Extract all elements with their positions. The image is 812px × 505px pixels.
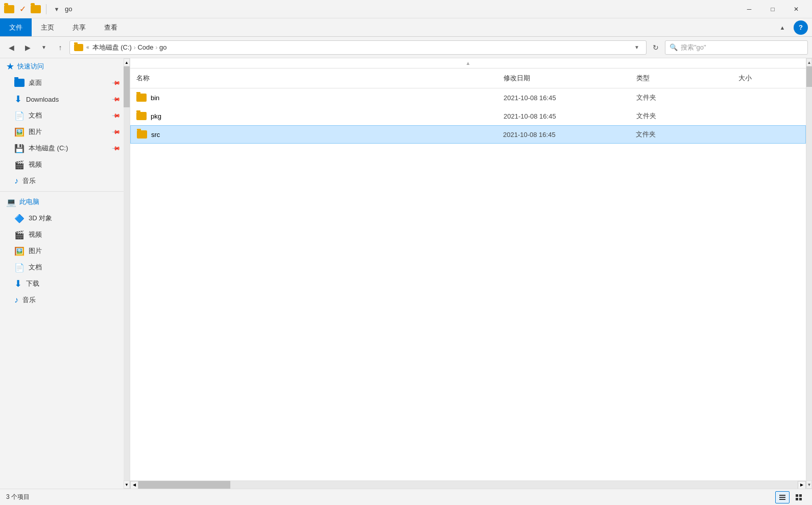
img2-icon: 🖼️ — [14, 246, 25, 256]
search-bar[interactable]: 🔍 搜索"go" — [665, 40, 808, 55]
pin-icon-downloads: 📌 — [111, 94, 121, 104]
quick-access-label: 快速访问 — [17, 62, 44, 71]
window-title: go — [65, 5, 72, 13]
title-bar-icons: ✓ ▼ — [4, 4, 62, 14]
hsb-right-button[interactable]: ▶ — [798, 481, 806, 489]
ribbon-tab-home[interactable]: 主页 — [32, 18, 63, 36]
forward-button[interactable]: ▶ — [20, 40, 35, 55]
table-row[interactable]: src 2021-10-08 16:45 文件夹 — [130, 125, 806, 144]
address-separator-1: « — [86, 44, 89, 50]
sidebar-item-music2[interactable]: ♪ 音乐 — [0, 292, 124, 308]
app-icon-check: ✓ — [17, 4, 28, 14]
sidebar: ★ 快速访问 桌面 📌 ⬇ Downloads 📌 📄 文档 📌 🖼️ 图片 — [0, 58, 124, 489]
star-icon: ★ — [6, 61, 14, 72]
address-dropdown-button[interactable]: ▼ — [632, 44, 642, 50]
refresh-button[interactable]: ↻ — [649, 40, 663, 55]
col-type[interactable]: 类型 — [636, 72, 738, 85]
view-controls — [775, 491, 806, 503]
up-button[interactable]: ↑ — [53, 40, 67, 55]
sidebar-scroll-thumb[interactable] — [124, 66, 130, 107]
app-icon-folder — [4, 4, 14, 14]
sidebar-scroll-up[interactable]: ▲ — [124, 58, 130, 66]
img-icon: 🖼️ — [14, 127, 25, 137]
file-name-pkg: pkg — [136, 112, 504, 120]
table-row[interactable]: pkg 2021-10-08 16:45 文件夹 — [130, 107, 806, 125]
content-with-vsb: ▲ 名称 修改日期 类型 大小 — [130, 58, 812, 489]
details-view-button[interactable] — [775, 491, 790, 503]
sidebar-item-localdisk[interactable]: 💾 本地磁盘 (C:) 📌 — [0, 140, 124, 156]
ribbon-tab-share[interactable]: 共享 — [63, 18, 95, 36]
status-bar: 3 个项目 — [0, 489, 812, 505]
svg-rect-2 — [779, 499, 785, 500]
sidebar-item-pictures[interactable]: 🖼️ 图片 📌 — [0, 124, 124, 140]
hsb-track[interactable] — [138, 481, 798, 489]
this-pc-label: 此电脑 — [19, 197, 39, 206]
ribbon-collapse-button[interactable]: ▲ — [775, 20, 790, 35]
vsb-thumb[interactable] — [806, 66, 812, 87]
scroll-up-indicator[interactable]: ▲ — [130, 58, 806, 68]
sidebar-item-documents[interactable]: 📄 文档 📌 — [0, 107, 124, 124]
threed-icon: 🔷 — [14, 214, 25, 223]
svg-rect-3 — [796, 494, 798, 497]
ribbon-tab-file[interactable]: 文件 — [0, 18, 32, 36]
col-modified[interactable]: 修改日期 — [504, 72, 636, 85]
minimize-button[interactable]: ─ — [737, 0, 761, 18]
maximize-button[interactable]: □ — [761, 0, 784, 18]
pin-icon: 📌 — [111, 78, 121, 87]
folder-icon-src — [137, 130, 147, 139]
sidebar-item-videos[interactable]: 🎬 视频 — [0, 156, 124, 173]
svg-rect-0 — [779, 495, 785, 496]
hsb-thumb[interactable] — [138, 481, 230, 489]
video2-icon: 🎬 — [14, 230, 25, 240]
main-area: ★ 快速访问 桌面 📌 ⬇ Downloads 📌 📄 文档 📌 🖼️ 图片 — [0, 58, 812, 489]
sidebar-this-pc[interactable]: 💻 此电脑 — [0, 194, 124, 210]
svg-rect-6 — [799, 498, 802, 500]
sidebar-item-downloads[interactable]: ⬇ Downloads 📌 — [0, 91, 124, 107]
help-button[interactable]: ? — [794, 20, 808, 35]
ribbon-right: ▲ ? — [775, 18, 812, 36]
address-path-text: 本地磁盘 (C:) › Code › go — [92, 43, 167, 52]
sidebar-item-videos2[interactable]: 🎬 视频 — [0, 226, 124, 243]
ribbon-tab-view[interactable]: 查看 — [95, 18, 127, 36]
download-icon: ⬇ — [14, 94, 22, 105]
sidebar-item-pictures2[interactable]: 🖼️ 图片 — [0, 243, 124, 259]
close-button[interactable]: ✕ — [784, 0, 808, 18]
svg-rect-1 — [779, 497, 785, 498]
sidebar-item-desktop[interactable]: 桌面 📌 — [0, 75, 124, 91]
col-size[interactable]: 大小 — [738, 72, 800, 85]
vsb-down-button[interactable]: ▼ — [806, 480, 812, 489]
sidebar-item-documents2[interactable]: 📄 文档 — [0, 259, 124, 276]
search-icon: 🔍 — [670, 43, 678, 51]
sidebar-quick-access[interactable]: ★ 快速访问 — [0, 58, 124, 75]
music-icon: ♪ — [14, 176, 18, 186]
vsb-up-button[interactable]: ▲ — [806, 58, 812, 66]
ribbon: 文件 主页 共享 查看 ▲ ? — [0, 18, 812, 37]
app-icon-folder2 — [31, 4, 41, 14]
doc2-icon: 📄 — [14, 263, 25, 272]
download2-icon: ⬇ — [14, 278, 22, 289]
title-separator — [46, 4, 46, 14]
large-icon-view-button[interactable] — [792, 491, 806, 503]
content-main: ▲ 名称 修改日期 类型 大小 — [130, 58, 806, 489]
doc-icon: 📄 — [14, 111, 25, 121]
search-placeholder: 搜索"go" — [681, 43, 706, 52]
address-folder-icon — [74, 44, 83, 51]
vertical-scrollbar: ▲ ▼ — [806, 58, 812, 489]
hsb-left-button[interactable]: ◀ — [130, 481, 138, 489]
file-content: ▲ 名称 修改日期 类型 大小 — [130, 58, 812, 489]
toolbar: ◀ ▶ ▼ ↑ « 本地磁盘 (C:) › Code › go ▼ ↻ 🔍 搜索… — [0, 37, 812, 58]
sidebar-wrapper: ★ 快速访问 桌面 📌 ⬇ Downloads 📌 📄 文档 📌 🖼️ 图片 — [0, 58, 130, 489]
sidebar-scroll-track[interactable] — [124, 66, 130, 480]
sidebar-scroll-down[interactable]: ▼ — [124, 480, 130, 489]
col-name[interactable]: 名称 — [136, 72, 504, 85]
dropdown-button[interactable]: ▼ — [37, 40, 51, 55]
sidebar-item-music[interactable]: ♪ 音乐 — [0, 173, 124, 189]
table-row[interactable]: bin 2021-10-08 16:45 文件夹 — [130, 88, 806, 107]
vsb-track[interactable] — [806, 66, 812, 480]
file-name-bin: bin — [136, 94, 504, 102]
file-list: bin 2021-10-08 16:45 文件夹 pkg 2021-10-08 … — [130, 88, 806, 480]
address-bar[interactable]: « 本地磁盘 (C:) › Code › go ▼ — [69, 40, 647, 55]
sidebar-item-downloads2[interactable]: ⬇ 下载 — [0, 276, 124, 292]
sidebar-item-3d[interactable]: 🔷 3D 对象 — [0, 210, 124, 226]
back-button[interactable]: ◀ — [4, 40, 18, 55]
